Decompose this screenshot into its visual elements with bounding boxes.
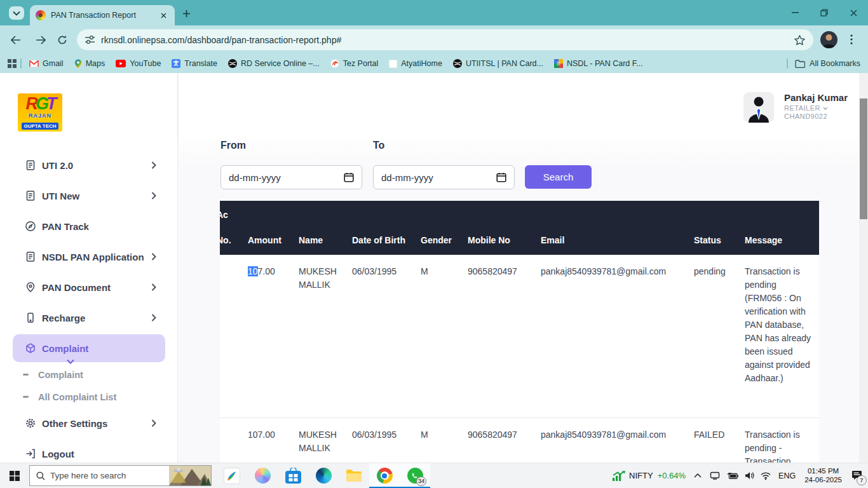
screen: PAN Transaction Report rknsdl.onlinepsa.… xyxy=(0,0,868,488)
edge-icon xyxy=(316,468,332,484)
user-avatar[interactable] xyxy=(743,92,774,123)
sidebar-item-uti-2-0[interactable]: UTI 2.0 xyxy=(0,150,178,180)
taskbar-clock[interactable]: 01:45 PM 24-06-2025 xyxy=(800,467,846,484)
browser-titlebar: PAN Transaction Report xyxy=(0,0,868,25)
sidebar-item-pan-document[interactable]: PAN Document xyxy=(0,272,178,302)
url-bar[interactable]: rknsdl.onlinepsa.com/dashboard/pan-trans… xyxy=(77,29,813,50)
minimize-button[interactable] xyxy=(780,0,810,25)
bookmark-rd-service[interactable]: RD Service Online –... xyxy=(228,59,320,68)
notification-center[interactable]: 7 xyxy=(846,463,868,488)
from-date-input[interactable]: dd-mm-yyyy xyxy=(220,165,362,189)
bookmark-label: NSDL - PAN Card F... xyxy=(567,59,642,68)
clock-time: 01:45 PM xyxy=(804,467,842,476)
browser-profile-avatar[interactable] xyxy=(820,31,837,48)
chevron-down-icon xyxy=(13,11,20,16)
restore-button[interactable] xyxy=(810,0,839,25)
copilot-icon xyxy=(255,468,271,484)
sidebar-item-pan-track[interactable]: PAN Track xyxy=(0,211,178,241)
bing-daily-image[interactable] xyxy=(169,466,211,485)
bookmark-maps[interactable]: Maps xyxy=(74,59,105,69)
tray-chevron-up[interactable] xyxy=(689,463,707,488)
taskbar-app-chrome[interactable] xyxy=(369,463,400,488)
cell-mobile: 9065820497 xyxy=(468,255,541,417)
page-scrollbar[interactable] xyxy=(859,73,868,463)
bookmark-atyatihome[interactable]: AtyatiHome xyxy=(389,59,442,68)
calendar-icon[interactable] xyxy=(496,172,506,182)
tray-device-icon[interactable] xyxy=(707,463,723,488)
site-favicon xyxy=(36,10,46,20)
bookmark-label: Gmail xyxy=(43,59,64,68)
chevron-right-icon xyxy=(151,283,156,291)
location-pin-icon xyxy=(24,281,37,294)
logo-text: RAJAN xyxy=(18,112,62,119)
mosaic-icon xyxy=(554,59,563,68)
all-bookmarks-button[interactable]: All Bookmarks xyxy=(810,59,860,68)
table-row: 107.00 MUKESH MALLIK 06/03/1995 M 906582… xyxy=(220,255,819,418)
bookmark-utiitsl[interactable]: UTIITSL | PAN Card... xyxy=(453,59,543,68)
taskbar-app-whatsapp[interactable]: 34 xyxy=(400,463,430,488)
sidebar-subitem-all-complaint-list[interactable]: All Complaint List xyxy=(0,386,178,408)
url-text[interactable]: rknsdl.onlinepsa.com/dashboard/pan-trans… xyxy=(101,35,789,45)
rgt-logo[interactable]: RGT RAJAN GUPTA TECH xyxy=(18,93,62,132)
search-button[interactable]: Search xyxy=(525,165,592,189)
bookmark-gmail[interactable]: Gmail xyxy=(29,59,64,68)
forward-button[interactable] xyxy=(33,32,48,48)
calendar-icon[interactable] xyxy=(344,172,354,182)
chevron-down-icon[interactable] xyxy=(823,107,828,110)
bookmark-star-icon[interactable] xyxy=(794,35,805,45)
sidebar-item-recharge[interactable]: Recharge xyxy=(0,302,178,333)
sidebar-item-label: PAN Document xyxy=(42,282,111,293)
sidebar-menu: UTI 2.0 UTI New PAN Track NSDL PAN Appli… xyxy=(0,150,178,463)
wifi-icon xyxy=(761,472,771,480)
bookmark-translate[interactable]: Translate xyxy=(172,59,217,68)
sidebar-item-complaint[interactable]: Complaint xyxy=(0,333,178,363)
nifty-ticker[interactable]: NIFTY +0.64% xyxy=(609,463,689,488)
taskbar-app-copilot[interactable] xyxy=(247,463,278,488)
to-label: To xyxy=(373,140,384,151)
cell-dob: 06/03/1995 xyxy=(352,418,421,463)
apps-grid-icon[interactable] xyxy=(8,59,17,68)
start-button[interactable] xyxy=(0,463,29,488)
tab-search-button[interactable] xyxy=(9,6,24,20)
browser-menu-icon[interactable] xyxy=(845,32,858,47)
cell-amount: 107.00 xyxy=(248,418,299,463)
column-header-status: Status xyxy=(694,201,745,255)
chevron-right-icon xyxy=(151,314,156,322)
scrollbar-thumb[interactable] xyxy=(860,98,867,219)
bookmark-nsdl[interactable]: NSDL - PAN Card F... xyxy=(554,59,642,68)
sidebar-item-uti-new[interactable]: UTI New xyxy=(0,180,178,211)
taskbar-app-file-explorer[interactable] xyxy=(339,463,369,488)
cube-icon xyxy=(24,342,37,355)
search-icon xyxy=(36,471,45,480)
sidebar-item-label: Other Settings xyxy=(42,418,107,429)
bookmark-youtube[interactable]: YouTube xyxy=(116,59,161,68)
close-button[interactable] xyxy=(839,0,868,25)
logout-icon xyxy=(24,447,37,460)
tray-battery[interactable] xyxy=(723,463,742,488)
taskbar-app-edge[interactable] xyxy=(308,463,339,488)
logo-letter: T xyxy=(46,94,55,113)
tab-close-icon[interactable] xyxy=(158,10,169,21)
sidebar-subitem-complaint[interactable]: Complaint xyxy=(0,363,178,386)
taskbar-app-store[interactable] xyxy=(278,463,308,488)
user-info[interactable]: Pankaj Kumar RETAILER CHAND9022 xyxy=(784,92,848,121)
taskbar-app-paint[interactable] xyxy=(217,463,247,488)
back-button[interactable] xyxy=(8,32,23,48)
cell-email: pankaj8540939781@gmail.com xyxy=(541,418,694,463)
tray-volume[interactable] xyxy=(742,463,757,488)
bookmark-tez-portal[interactable]: Tez Portal xyxy=(330,59,379,68)
chevron-right-icon xyxy=(151,161,156,169)
browser-tab[interactable]: PAN Transaction Report xyxy=(30,5,175,25)
sidebar-item-other-settings[interactable]: Other Settings xyxy=(0,408,178,438)
reload-button[interactable] xyxy=(55,32,70,48)
language-indicator[interactable]: ENG xyxy=(774,463,800,488)
sidebar-item-logout[interactable]: Logout xyxy=(0,438,178,463)
site-info-icon[interactable] xyxy=(85,36,95,44)
new-tab-button[interactable] xyxy=(180,8,192,19)
chevron-right-icon xyxy=(151,419,156,427)
tray-wifi[interactable] xyxy=(757,463,774,488)
tab-title: PAN Transaction Report xyxy=(51,11,158,20)
sidebar-item-nsdl-pan-application[interactable]: NSDL PAN Application xyxy=(0,241,178,272)
taskbar-search-box[interactable]: Type here to search xyxy=(29,465,212,486)
to-date-input[interactable]: dd-mm-yyyy xyxy=(373,165,515,189)
